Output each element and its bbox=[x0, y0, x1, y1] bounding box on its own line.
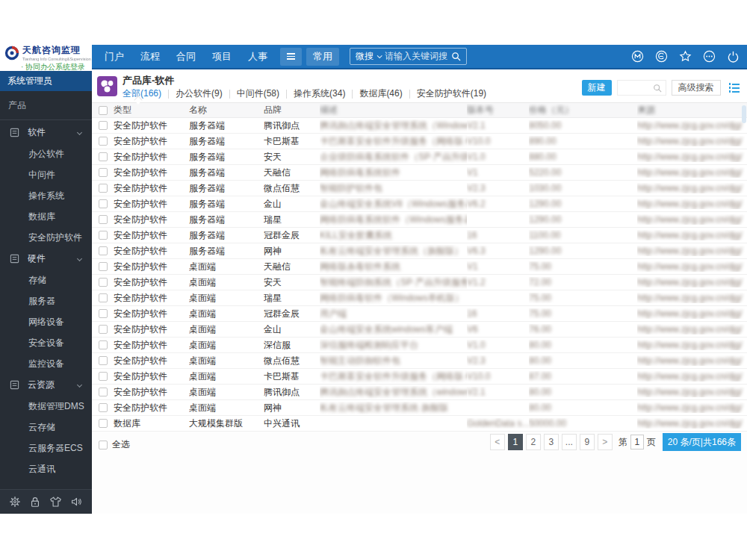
sidebar-item-1-1[interactable]: 服务器 bbox=[0, 290, 92, 311]
table-row[interactable]: 安全防护软件服务器端卡巴斯基卡巴斯基安全软件升级服务（网络版·KL4V10.08… bbox=[92, 134, 747, 149]
sidebar-item-2-2[interactable]: 云服务器ECS bbox=[0, 438, 92, 458]
list-view-icon[interactable] bbox=[729, 83, 740, 93]
lock-icon[interactable] bbox=[29, 496, 41, 508]
sidebar-item-0-2[interactable]: 操作系统 bbox=[0, 185, 92, 206]
power-icon[interactable] bbox=[727, 50, 740, 63]
search-scope-label[interactable]: 微搜 bbox=[356, 50, 374, 63]
sidebar-group-1[interactable]: 硬件 bbox=[0, 248, 92, 270]
scrollbar-thumb[interactable] bbox=[742, 105, 746, 123]
table-row[interactable]: 安全防护软件桌面端深信服深信服终端检测响应平台V1.080.00http://w… bbox=[92, 337, 747, 353]
table-row[interactable]: 安全防护软件服务器端冠群金辰KILL安全胶囊系统161100.00http://… bbox=[92, 228, 747, 243]
settings-gear-icon[interactable] bbox=[9, 496, 21, 508]
sidebar-item-2-3[interactable]: 云通讯 bbox=[0, 458, 92, 479]
nav-item-0[interactable]: 门户 bbox=[96, 44, 132, 69]
table-row[interactable]: 安全防护软件桌面端网神私有云终端安全管理系统·旗舰版80.00http://ww… bbox=[92, 400, 747, 416]
sidebar-item-0-3[interactable]: 数据库 bbox=[0, 206, 92, 227]
row-checkbox[interactable] bbox=[99, 388, 108, 396]
sound-speaker-icon[interactable] bbox=[70, 496, 83, 508]
page-button-1[interactable]: 1 bbox=[508, 434, 523, 450]
favorites-star-icon[interactable] bbox=[679, 50, 692, 63]
page-button-...[interactable]: ... bbox=[562, 434, 577, 450]
tab-2[interactable]: 中间件(58) bbox=[237, 87, 279, 100]
sidebar-item-0-4[interactable]: 安全防护软件 bbox=[0, 227, 92, 248]
table-row[interactable]: 安全防护软件桌面端冠群金辰用户端1675.00http://www.zjcg.g… bbox=[92, 306, 747, 322]
row-checkbox[interactable] bbox=[99, 325, 108, 334]
row-checkbox[interactable] bbox=[99, 152, 108, 161]
row-checkbox[interactable] bbox=[99, 168, 108, 177]
row-checkbox[interactable] bbox=[99, 121, 108, 130]
page-button-2[interactable]: 2 bbox=[526, 434, 541, 450]
message-icon[interactable] bbox=[631, 50, 644, 63]
nav-item-pinned[interactable]: 常用 bbox=[306, 48, 339, 66]
table-row[interactable]: 安全防护软件桌面端卡巴斯基卡巴斯基安全软件升级服务（网络版·KL4V10.087… bbox=[92, 369, 747, 385]
advanced-search-button[interactable]: 高级搜索 bbox=[672, 80, 721, 96]
service-icon[interactable] bbox=[655, 50, 668, 63]
tab-0[interactable]: 全部(166) bbox=[123, 87, 161, 100]
row-checkbox[interactable] bbox=[99, 372, 108, 381]
table-row[interactable]: 安全防护软件服务器端网神私有云终端安全管理系统（旗舰版）V6.31290.00h… bbox=[92, 243, 747, 259]
sidebar-item-0-0[interactable]: 办公软件 bbox=[0, 143, 92, 164]
nav-item-4[interactable]: 人事 bbox=[240, 44, 276, 69]
prev-page-button[interactable]: < bbox=[490, 434, 505, 450]
sidebar-item-2-1[interactable]: 云存储 bbox=[0, 417, 92, 438]
row-checkbox[interactable] bbox=[99, 184, 108, 193]
table-row[interactable]: 安全防护软件服务器端微点佰慧智能防护软件包V2.31030.00http://w… bbox=[92, 181, 747, 196]
search-icon[interactable] bbox=[451, 52, 461, 61]
new-button[interactable]: 新建 bbox=[582, 80, 612, 96]
table-search-input[interactable] bbox=[617, 80, 666, 96]
row-checkbox[interactable] bbox=[99, 231, 108, 240]
table-row[interactable]: 安全防护软件服务器端天融信网络防病毒系统软件V15220.00http://ww… bbox=[92, 165, 747, 181]
theme-shirt-icon[interactable] bbox=[49, 496, 62, 508]
table-row[interactable]: 安全防护软件桌面端腾讯御点腾讯御点终端安全管理系统（windows版）V2.1V… bbox=[92, 385, 747, 400]
more-icon[interactable] bbox=[703, 50, 716, 63]
sidebar-item-2-0[interactable]: 数据管理DMS bbox=[0, 396, 92, 417]
nav-item-3[interactable]: 项目 bbox=[204, 44, 240, 69]
sidebar-group-2[interactable]: 云资源 bbox=[0, 374, 92, 396]
row-checkbox[interactable] bbox=[99, 356, 108, 365]
row-checkbox[interactable] bbox=[99, 262, 108, 271]
tab-4[interactable]: 数据库(46) bbox=[359, 87, 402, 100]
table-row[interactable]: 安全防护软件桌面端安天智能终端防御系统（SP·产品升级服务）V1.272.00h… bbox=[92, 275, 747, 290]
header-checkbox[interactable] bbox=[99, 106, 108, 115]
nav-item-2[interactable]: 合同 bbox=[168, 44, 204, 69]
sidebar-group-0[interactable]: 软件 bbox=[0, 122, 92, 143]
table-row[interactable]: 安全防护软件服务器端腾讯御点腾讯御点终端安全管理系统（Windows版）V2.1… bbox=[92, 118, 747, 134]
sidebar-item-1-0[interactable]: 存储 bbox=[0, 270, 92, 290]
table-row[interactable]: 安全防护软件桌面端微点佰慧智能主动防御软件包V2.380.00http://ww… bbox=[92, 353, 747, 369]
search-input[interactable]: 请输入关键词搜 bbox=[385, 50, 447, 63]
table-row[interactable]: 安全防护软件桌面端瑞星网络防病毒软件（Windows单机版）75.00http:… bbox=[92, 290, 747, 306]
table-row[interactable]: 安全防护软件服务器端安天企业级防病毒系统软件（SP·产品升级服务）V1.0880… bbox=[92, 149, 747, 165]
page-jump-input[interactable]: 1 bbox=[630, 435, 644, 449]
row-checkbox[interactable] bbox=[99, 137, 108, 146]
page-button-3[interactable]: 3 bbox=[544, 434, 559, 450]
row-checkbox[interactable] bbox=[99, 215, 108, 224]
row-checkbox[interactable] bbox=[99, 293, 108, 302]
row-checkbox[interactable] bbox=[99, 403, 108, 412]
row-checkbox[interactable] bbox=[99, 419, 108, 428]
nav-more-menu-button[interactable] bbox=[280, 48, 302, 66]
nav-item-1[interactable]: 流程 bbox=[132, 44, 168, 69]
global-search-box[interactable]: 微搜 请输入关键词搜 bbox=[350, 48, 467, 65]
row-checkbox[interactable] bbox=[99, 278, 108, 287]
page-button-9[interactable]: 9 bbox=[580, 434, 595, 450]
table-row[interactable]: 安全防护软件桌面端天融信网络版杀毒软件系统V175.00http://www.z… bbox=[92, 259, 747, 275]
tab-3[interactable]: 操作系统(34) bbox=[294, 87, 345, 100]
table-row[interactable]: 安全防护软件服务器端金山金山终端安全系统V8（Windows服务器版）V6.21… bbox=[92, 196, 747, 212]
table-row[interactable]: 数据库大规模集群版中兴通讯GoldenData s…50000.00http:/… bbox=[92, 416, 747, 432]
sidebar-item-1-4[interactable]: 监控设备 bbox=[0, 353, 92, 374]
table-row[interactable]: 安全防护软件服务器端瑞星网络防病毒系统软件（Windows服务器版）1290.0… bbox=[92, 212, 747, 228]
tab-1[interactable]: 办公软件(9) bbox=[176, 87, 223, 100]
sidebar-item-1-3[interactable]: 安全设备 bbox=[0, 332, 92, 353]
select-all-checkbox[interactable] bbox=[99, 441, 108, 449]
sidebar-item-0-1[interactable]: 中间件 bbox=[0, 164, 92, 185]
table-cell: 安全防护软件 bbox=[114, 386, 189, 399]
table-row[interactable]: 安全防护软件桌面端金山金山终端安全系统windows客户端V676.00http… bbox=[92, 322, 747, 337]
row-checkbox[interactable] bbox=[99, 246, 108, 255]
row-checkbox[interactable] bbox=[99, 199, 108, 208]
page-size-info[interactable]: 20 条/页|共166条 bbox=[663, 433, 741, 451]
row-checkbox[interactable] bbox=[99, 340, 108, 349]
next-page-button[interactable]: > bbox=[598, 434, 613, 450]
tab-5[interactable]: 安全防护软件(19) bbox=[417, 87, 486, 100]
row-checkbox[interactable] bbox=[99, 309, 108, 318]
sidebar-item-1-2[interactable]: 网络设备 bbox=[0, 311, 92, 332]
